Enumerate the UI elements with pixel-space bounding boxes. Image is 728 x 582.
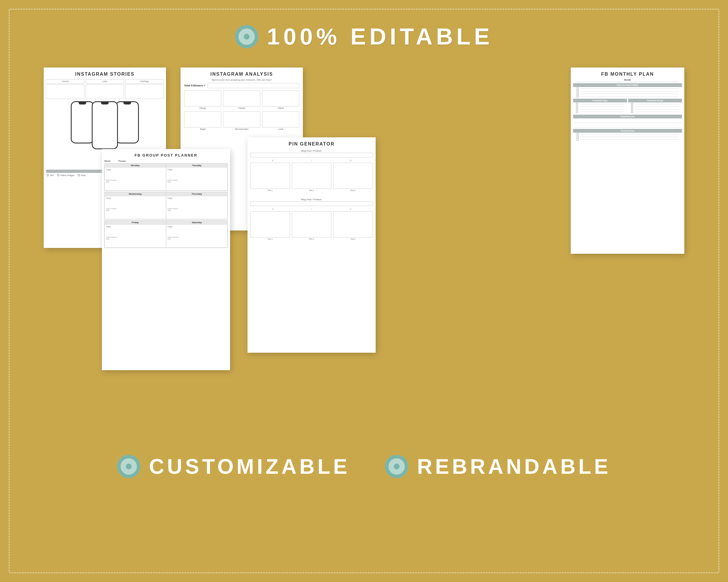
analysis-clients: Clients bbox=[262, 90, 300, 109]
fbp-row-1 bbox=[576, 103, 624, 105]
pin-3-box bbox=[333, 163, 373, 189]
planner-grid-1: Monday Tuesday Copy: Call-to-Action: URL… bbox=[104, 163, 228, 191]
arrow-left-1: ↙ bbox=[272, 159, 274, 162]
radio-text: Text bbox=[47, 174, 54, 176]
phone-notch-1 bbox=[79, 102, 86, 105]
total-followers-box bbox=[208, 83, 300, 88]
target-label: Target bbox=[200, 128, 205, 130]
month-underline bbox=[577, 82, 678, 82]
fb-page-bar: Facebook Page bbox=[573, 99, 627, 103]
clients-box bbox=[262, 90, 300, 107]
planner-week-row: Week: Theme: bbox=[104, 160, 228, 162]
planner-week-label: Week: bbox=[104, 160, 111, 162]
wednesday-url: URL: bbox=[106, 210, 164, 211]
pin-5-box bbox=[292, 211, 331, 238]
card-fb-group-planner: FB GROUP POST PLANNER Week: Theme: Monda… bbox=[102, 149, 230, 370]
pin-2-label: Pin 2 bbox=[309, 189, 314, 192]
card-fb-monthly: FB MONTHLY PLAN Month Plans for EACH WEE… bbox=[571, 67, 684, 254]
header-title: 100% EDITABLE bbox=[267, 23, 493, 50]
pin-5-cell: Pin 2 bbox=[292, 211, 331, 240]
arrow-center-2: ↓ bbox=[311, 207, 312, 211]
fbg-cb-2 bbox=[631, 106, 633, 108]
friends-box bbox=[223, 90, 260, 107]
fbg-line-4 bbox=[634, 112, 679, 112]
fbp-row-2 bbox=[576, 106, 624, 108]
thursday-cell: Copy: Call-to-Action: URL: bbox=[166, 196, 228, 219]
week-row-1 bbox=[577, 88, 678, 90]
pin-spacer bbox=[248, 192, 375, 197]
tuesday-copy: Copy: bbox=[167, 168, 226, 170]
friday-header: Friday bbox=[105, 221, 166, 224]
hashtags-box bbox=[125, 84, 164, 99]
pin-4-box bbox=[251, 211, 290, 238]
analysis-local: Local bbox=[262, 111, 300, 130]
saturday-copy: Copy: bbox=[167, 225, 226, 227]
checkbox-1 bbox=[577, 88, 579, 90]
tuesday-header: Tuesday bbox=[166, 164, 228, 167]
day-header-row-3: Friday Saturday bbox=[105, 221, 228, 224]
monday-copy: Copy: bbox=[106, 168, 164, 170]
phone-2 bbox=[92, 101, 118, 149]
circle-inner bbox=[244, 34, 250, 39]
pin-3-cell: Pin 3 bbox=[333, 163, 373, 192]
fbp-line-3 bbox=[579, 109, 624, 109]
weekly-checkboxes bbox=[574, 88, 681, 98]
pin-4-label: Pin 1 bbox=[268, 238, 272, 240]
pin-5-label: Pin 2 bbox=[309, 238, 314, 240]
col-hashtags-header: Hashtags bbox=[125, 79, 164, 84]
checkbox-4 bbox=[577, 95, 579, 98]
footer-circle-2 bbox=[385, 455, 408, 478]
pin-6-box bbox=[333, 211, 373, 238]
fbg-cb-3 bbox=[631, 108, 633, 110]
ads-row-3 bbox=[577, 139, 678, 141]
pin-arrows-row-2: ↙ ↓ ↘ bbox=[253, 207, 370, 211]
fbp-cb-1 bbox=[576, 103, 578, 105]
pin-2-box bbox=[292, 163, 331, 189]
arrow-right-1: ↘ bbox=[349, 159, 352, 162]
friday-url: URL: bbox=[106, 238, 164, 240]
footer-section: CUSTOMIZABLE REBRANDABLE bbox=[117, 454, 611, 478]
fb-live-bar: Facebook Live bbox=[573, 115, 682, 118]
fbg-line-2 bbox=[634, 107, 679, 107]
fb-group-col: Facebook Group bbox=[628, 99, 682, 113]
day-header-row-2: Wednesday Thursday bbox=[105, 192, 228, 196]
family-box bbox=[184, 90, 221, 107]
footer-circle-inner-1 bbox=[126, 464, 132, 469]
week-row-2 bbox=[577, 90, 678, 92]
pin-2-cell: Pin 2 bbox=[292, 163, 331, 192]
thursday-header: Thursday bbox=[166, 192, 228, 196]
checkbox-3 bbox=[577, 93, 579, 95]
week-row-4 bbox=[577, 95, 678, 98]
analysis-family: Family bbox=[184, 90, 221, 109]
phone-notch-3 bbox=[124, 102, 131, 105]
planner-theme-label: Theme: bbox=[118, 160, 126, 162]
radio-schedule: Sche... bbox=[78, 174, 87, 176]
ads-line-2 bbox=[580, 137, 678, 137]
pin-4-cell: Pin 1 bbox=[251, 211, 290, 240]
footer-text-1: CUSTOMIZABLE bbox=[149, 454, 350, 478]
monday-header: Monday bbox=[105, 164, 166, 167]
fb-page-group-section: Facebook Page Facebook Group bbox=[573, 99, 682, 113]
fbp-row-4 bbox=[576, 111, 624, 113]
wednesday-cell: Copy: Call-to-Action: URL: bbox=[105, 196, 166, 219]
fb-ads-bar: Facebook Ads bbox=[573, 129, 682, 133]
pin-1-label: Pin 1 bbox=[268, 189, 272, 192]
fb-page-col: Facebook Page bbox=[573, 99, 627, 113]
pin-6-label: Pin 3 bbox=[350, 238, 355, 240]
pin-1-box bbox=[251, 163, 290, 189]
ads-row-2 bbox=[577, 136, 678, 138]
ig-stories-content-row bbox=[46, 84, 164, 99]
fbp-row-3 bbox=[576, 108, 624, 110]
analysis-grid-bottom: Target Non local wers Local bbox=[184, 111, 300, 130]
target-box bbox=[184, 111, 221, 128]
analysis-target: Target bbox=[184, 111, 221, 130]
tuesday-cell: Copy: Call-to-Action: URL: bbox=[166, 167, 228, 191]
line-1 bbox=[580, 88, 678, 89]
pin-gen-title: PIN GENERATOR bbox=[248, 137, 375, 148]
live-line-2 bbox=[574, 124, 681, 128]
total-followers-row: Total Followers = bbox=[184, 83, 300, 88]
analysis-friends: Friends bbox=[223, 90, 260, 109]
monday-cell: Copy: Call-to-Action: URL: bbox=[105, 167, 166, 191]
local-label: Local bbox=[278, 128, 283, 130]
line-2 bbox=[580, 91, 678, 91]
